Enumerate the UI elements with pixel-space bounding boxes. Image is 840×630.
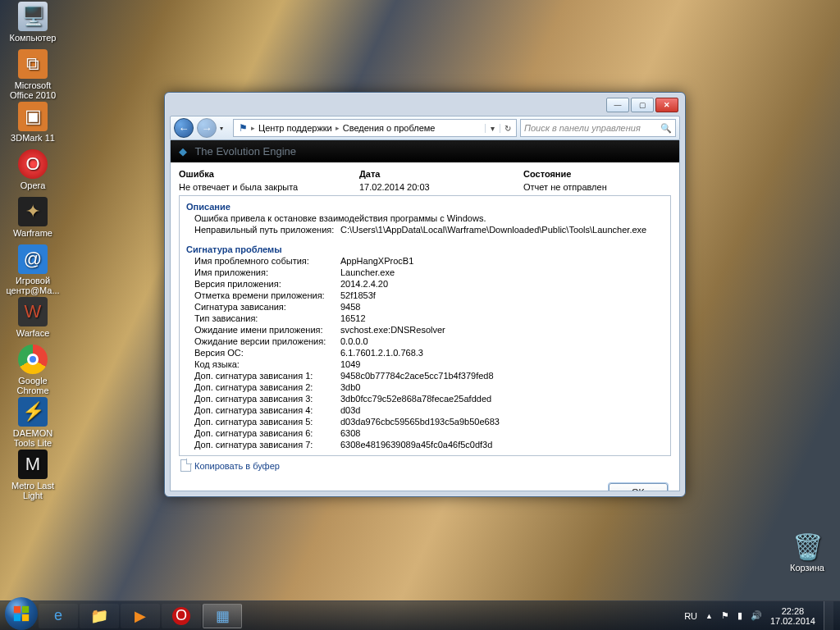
signature-value: 6308 bbox=[340, 427, 664, 439]
3dmark-icon: ▣ bbox=[18, 102, 48, 131]
action-center-icon: ▦ bbox=[216, 607, 230, 625]
signature-row: Доп. сигнатура зависания 5:d03da976cbc59… bbox=[186, 416, 664, 427]
taskbar-ie[interactable]: e bbox=[39, 604, 78, 628]
clock[interactable]: 22:28 17.02.2014 bbox=[770, 606, 815, 626]
tray-volume-icon[interactable]: 🔊 bbox=[751, 610, 762, 621]
signature-key: Код языка: bbox=[194, 358, 340, 370]
signature-row: Код языка:1049 bbox=[186, 358, 664, 370]
signature-row: Версия ОС:6.1.7601.2.1.0.768.3 bbox=[186, 347, 664, 358]
ok-button[interactable]: OK bbox=[609, 483, 668, 491]
signature-value: d03d bbox=[340, 404, 664, 416]
signature-row: Доп. сигнатура зависания 6:6308 bbox=[186, 427, 664, 439]
system-tray: RU ▲ ⚑ ▮ 🔊 22:28 17.02.2014 bbox=[684, 601, 837, 631]
signature-value: svchost.exe:DNSResolver bbox=[340, 324, 664, 336]
signature-row: Доп. сигнатура зависания 3:3db0fcc79c52e… bbox=[186, 393, 664, 404]
signature-key: Ожидание версии приложения: bbox=[194, 336, 340, 347]
signature-value: Launcher.exe bbox=[340, 267, 664, 278]
search-input[interactable]: Поиск в панели управления 🔍 bbox=[520, 119, 676, 137]
signature-key: Доп. сигнатура зависания 1: bbox=[194, 370, 340, 381]
signature-row: Доп. сигнатура зависания 7:6308e48196390… bbox=[186, 439, 664, 450]
signature-row: Имя приложения:Launcher.exe bbox=[186, 267, 664, 278]
tray-chevron-icon[interactable]: ▲ bbox=[705, 612, 713, 620]
signature-row: Доп. сигнатура зависания 1:9458c0b77784c… bbox=[186, 370, 664, 381]
desktop-icon-office[interactable]: ⧉ Microsoft Office 2010 bbox=[3, 49, 62, 100]
navigation-bar: ← → ▾ ⚑ ▸ Центр поддержки ▸ Сведения о п… bbox=[170, 116, 680, 140]
breadcrumb-seg-1[interactable]: Центр поддержки bbox=[255, 123, 336, 133]
svg-rect-3 bbox=[22, 614, 29, 620]
signature-key: Доп. сигнатура зависания 6: bbox=[194, 427, 340, 439]
summary-error-val: Не отвечает и была закрыта bbox=[179, 182, 359, 192]
breadcrumb[interactable]: ⚑ ▸ Центр поддержки ▸ Сведения о проблем… bbox=[233, 119, 517, 137]
signature-key: Отметка времени приложения: bbox=[194, 290, 340, 301]
folder-icon: 📁 bbox=[90, 607, 108, 625]
signature-row: Ожидание имени приложения:svchost.exe:DN… bbox=[186, 324, 664, 336]
summary-status-val: Отчет не отправлен bbox=[523, 182, 671, 192]
signature-key: Доп. сигнатура зависания 7: bbox=[194, 439, 340, 450]
show-desktop-button[interactable] bbox=[824, 601, 833, 631]
desktop-icon-gamecenter[interactable]: @ Игровой центр@Ma... bbox=[3, 244, 62, 295]
signature-key: Тип зависания: bbox=[194, 313, 340, 324]
breadcrumb-seg-2[interactable]: Сведения о проблеме bbox=[340, 123, 439, 133]
desktop-icon-daemon[interactable]: ⚡ DAEMON Tools Lite bbox=[3, 397, 62, 448]
desktop-icon-recycle[interactable]: 🗑️ Корзина bbox=[778, 532, 837, 573]
minimize-button[interactable]: — bbox=[606, 98, 629, 112]
taskbar-action-center[interactable]: ▦ bbox=[203, 604, 242, 628]
faulting-path-value: C:\Users\1\AppData\Local\Warframe\Downlo… bbox=[340, 224, 664, 235]
opera-icon: O bbox=[172, 607, 190, 625]
computer-icon: 🖥️ bbox=[18, 2, 48, 31]
tray-network-icon[interactable]: ▮ bbox=[737, 610, 742, 621]
desktop-icon-computer[interactable]: 🖥️ Компьютер bbox=[3, 2, 62, 43]
nav-history-dropdown[interactable]: ▾ bbox=[220, 125, 230, 132]
taskbar-mediaplayer[interactable]: ▶ bbox=[121, 604, 160, 628]
signature-key: Доп. сигнатура зависания 2: bbox=[194, 381, 340, 393]
signature-value: 6308e4819639089a45fc0a46f5c0df3d bbox=[340, 439, 664, 450]
taskbar-opera[interactable]: O bbox=[162, 604, 201, 628]
titlebar[interactable]: — ▢ ✕ bbox=[170, 98, 680, 116]
summary-date-head: Дата bbox=[359, 169, 523, 179]
desktop-icon-warface[interactable]: W Warface bbox=[3, 297, 62, 338]
signature-row: Тип зависания:16512 bbox=[186, 313, 664, 324]
signature-value: 0.0.0.0 bbox=[340, 336, 664, 347]
taskbar: e 📁 ▶ O ▦ RU ▲ ⚑ ▮ 🔊 22:28 17.02.2014 bbox=[0, 600, 840, 630]
signature-key: Ожидание имени приложения: bbox=[194, 324, 340, 336]
warframe-icon: ✦ bbox=[18, 197, 48, 226]
back-button[interactable]: ← bbox=[174, 118, 194, 138]
signature-key: Имя проблемного события: bbox=[194, 255, 340, 267]
breadcrumb-refresh[interactable]: ↻ bbox=[500, 124, 514, 133]
signature-row: Имя проблемного события:AppHangXProcB1 bbox=[186, 255, 664, 267]
signature-value: 9458c0b77784c2ace5cc71b4f379fed8 bbox=[340, 370, 664, 381]
description-title: Описание bbox=[186, 201, 664, 212]
language-indicator[interactable]: RU bbox=[684, 611, 697, 621]
close-button[interactable]: ✕ bbox=[655, 98, 678, 112]
signature-row: Отметка времени приложения:52f1853f bbox=[186, 290, 664, 301]
metro-icon: M bbox=[18, 450, 48, 479]
opera-icon: O bbox=[18, 149, 48, 179]
taskbar-explorer[interactable]: 📁 bbox=[80, 604, 119, 628]
breadcrumb-dropdown[interactable]: ▾ bbox=[485, 124, 500, 133]
signature-row: Доп. сигнатура зависания 4:d03d bbox=[186, 404, 664, 416]
desktop-icon-warframe[interactable]: ✦ Warframe bbox=[3, 197, 62, 238]
maximize-button[interactable]: ▢ bbox=[631, 98, 654, 112]
chrome-icon bbox=[18, 345, 48, 374]
desktop-icon-metro[interactable]: M Metro Last Light bbox=[3, 450, 62, 500]
signature-value: 9458 bbox=[340, 301, 664, 313]
signature-value: 3db0 bbox=[340, 381, 664, 393]
start-button[interactable] bbox=[5, 597, 38, 630]
signature-key: Версия ОС: bbox=[194, 347, 340, 358]
tray-flag-icon[interactable]: ⚑ bbox=[721, 610, 729, 621]
problem-details-window: — ▢ ✕ ← → ▾ ⚑ ▸ Центр поддержки ▸ Сведен… bbox=[164, 92, 686, 497]
desktop-icon-chrome[interactable]: Google Chrome bbox=[3, 345, 62, 395]
summary-status-head: Состояние bbox=[523, 169, 671, 179]
search-icon: 🔍 bbox=[660, 123, 672, 134]
copy-to-clipboard-link[interactable]: Копировать в буфер bbox=[180, 459, 280, 472]
desktop-icon-3dmark[interactable]: ▣ 3DMark 11 bbox=[3, 102, 62, 143]
forward-button[interactable]: → bbox=[197, 118, 217, 138]
signature-value: AppHangXProcB1 bbox=[340, 255, 664, 267]
desktop-icon-opera[interactable]: O Opera bbox=[3, 149, 62, 190]
gamecenter-icon: @ bbox=[18, 244, 48, 274]
signature-value: 3db0fcc79c52e868a78fecae25afdded bbox=[340, 393, 664, 404]
signature-value: d03da976cbc59565bd193c5a9b50e683 bbox=[340, 416, 664, 427]
signature-title: Сигнатура проблемы bbox=[186, 244, 664, 255]
daemon-icon: ⚡ bbox=[18, 397, 48, 427]
signature-value: 1049 bbox=[340, 358, 664, 370]
